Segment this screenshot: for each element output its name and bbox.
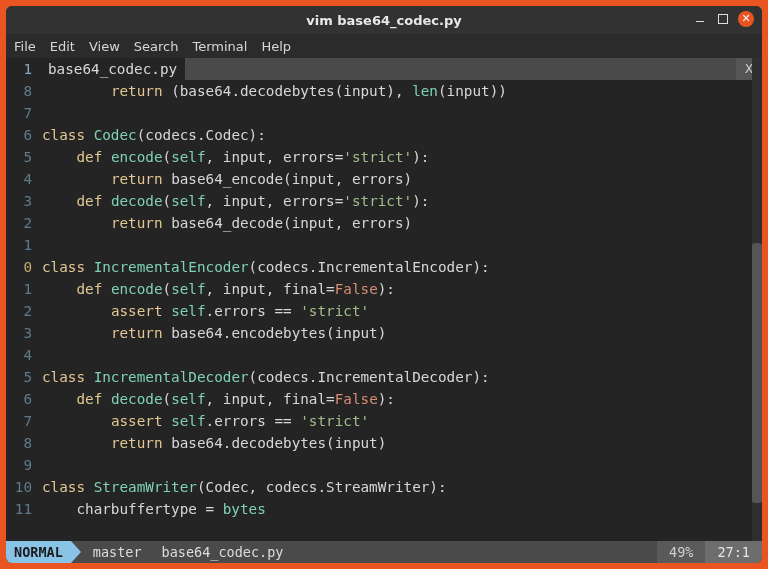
code-line[interactable]: 4 return base64_encode(input, errors) — [6, 168, 762, 190]
buffer-number: 1 — [6, 58, 42, 80]
bufferline: 1 base64_codec.py X — [6, 58, 762, 80]
code-content[interactable]: return base64_encode(input, errors) — [42, 168, 762, 190]
line-number: 4 — [6, 344, 42, 366]
menu-help[interactable]: Help — [261, 39, 291, 54]
close-icon[interactable]: ✕ — [738, 11, 754, 27]
code-line[interactable]: 2 return base64_decode(input, errors) — [6, 212, 762, 234]
terminal-window: vim base64_codec.py ✕ File Edit View Sea… — [6, 6, 762, 563]
editor-area[interactable]: 1 base64_codec.py X 8 return (base64.dec… — [6, 58, 762, 541]
code-content[interactable]: class IncrementalEncoder(codecs.Incremen… — [42, 256, 762, 278]
line-number: 3 — [6, 190, 42, 212]
code-content[interactable]: def encode(self, input, final=False): — [42, 278, 762, 300]
code-line[interactable]: 2 assert self.errors == 'strict' — [6, 300, 762, 322]
statusline: NORMAL master base64_codec.py 49% 27:1 — [6, 541, 762, 563]
code-line[interactable]: 7 assert self.errors == 'strict' — [6, 410, 762, 432]
menu-terminal[interactable]: Terminal — [192, 39, 247, 54]
code-line[interactable]: 8 return base64.decodebytes(input) — [6, 432, 762, 454]
code-content[interactable] — [42, 454, 762, 476]
code-line[interactable]: 3 def decode(self, input, errors='strict… — [6, 190, 762, 212]
code-content[interactable]: assert self.errors == 'strict' — [42, 300, 762, 322]
line-number: 4 — [6, 168, 42, 190]
line-number: 6 — [6, 388, 42, 410]
menu-file[interactable]: File — [14, 39, 36, 54]
code-content[interactable]: return base64.decodebytes(input) — [42, 432, 762, 454]
code-line[interactable]: 5 def encode(self, input, errors='strict… — [6, 146, 762, 168]
code-line[interactable]: 10class StreamWriter(Codec, codecs.Strea… — [6, 476, 762, 498]
status-mode: NORMAL — [6, 541, 71, 563]
line-number: 6 — [6, 124, 42, 146]
line-number: 9 — [6, 454, 42, 476]
code-content[interactable]: return base64_decode(input, errors) — [42, 212, 762, 234]
code-content[interactable]: def encode(self, input, errors='strict')… — [42, 146, 762, 168]
line-number: 10 — [6, 476, 42, 498]
line-number: 3 — [6, 322, 42, 344]
status-file: base64_codec.py — [154, 544, 292, 560]
scrollbar-thumb[interactable] — [752, 243, 762, 503]
code-line[interactable]: 1 def encode(self, input, final=False): — [6, 278, 762, 300]
code-content[interactable]: return (base64.decodebytes(input), len(i… — [42, 80, 762, 102]
scrollbar-track[interactable] — [752, 58, 762, 541]
code-line[interactable]: 4 — [6, 344, 762, 366]
minimize-icon[interactable] — [692, 11, 708, 27]
line-number: 8 — [6, 80, 42, 102]
bufferline-fill — [185, 58, 736, 80]
line-number: 8 — [6, 432, 42, 454]
code-content[interactable] — [42, 234, 762, 256]
maximize-icon[interactable] — [718, 14, 728, 24]
code-content[interactable] — [42, 102, 762, 124]
code-line[interactable]: 8 return (base64.decodebytes(input), len… — [6, 80, 762, 102]
code-content[interactable]: def decode(self, input, final=False): — [42, 388, 762, 410]
code-content[interactable]: class IncrementalDecoder(codecs.Incremen… — [42, 366, 762, 388]
code-line[interactable]: 6class Codec(codecs.Codec): — [6, 124, 762, 146]
menu-search[interactable]: Search — [134, 39, 179, 54]
titlebar[interactable]: vim base64_codec.py ✕ — [6, 6, 762, 34]
status-branch: master — [81, 544, 154, 560]
code-content[interactable]: class Codec(codecs.Codec): — [42, 124, 762, 146]
window-title: vim base64_codec.py — [306, 13, 461, 28]
line-number: 1 — [6, 234, 42, 256]
menubar: File Edit View Search Terminal Help — [6, 34, 762, 58]
code-content[interactable]: assert self.errors == 'strict' — [42, 410, 762, 432]
line-number: 7 — [6, 102, 42, 124]
code-line[interactable]: 7 — [6, 102, 762, 124]
code-content[interactable]: class StreamWriter(Codec, codecs.StreamW… — [42, 476, 762, 498]
code-content[interactable] — [42, 344, 762, 366]
line-number: 5 — [6, 366, 42, 388]
status-separator-icon — [71, 541, 81, 563]
code-line[interactable]: 6 def decode(self, input, final=False): — [6, 388, 762, 410]
code-line[interactable]: 1 — [6, 234, 762, 256]
status-position: 27:1 — [705, 541, 762, 563]
line-number: 11 — [6, 498, 42, 520]
buffer-name[interactable]: base64_codec.py — [42, 58, 177, 80]
line-number: 2 — [6, 212, 42, 234]
code-line[interactable]: 0class IncrementalEncoder(codecs.Increme… — [6, 256, 762, 278]
line-number: 5 — [6, 146, 42, 168]
window-controls: ✕ — [692, 11, 754, 27]
line-number: 1 — [6, 278, 42, 300]
code-content[interactable]: def decode(self, input, errors='strict')… — [42, 190, 762, 212]
line-number: 2 — [6, 300, 42, 322]
menu-edit[interactable]: Edit — [50, 39, 75, 54]
status-percent: 49% — [657, 541, 705, 563]
code-line[interactable]: 5class IncrementalDecoder(codecs.Increme… — [6, 366, 762, 388]
code-content[interactable]: return base64.encodebytes(input) — [42, 322, 762, 344]
code-line[interactable]: 3 return base64.encodebytes(input) — [6, 322, 762, 344]
menu-view[interactable]: View — [89, 39, 120, 54]
code-content[interactable]: charbuffertype = bytes — [42, 498, 762, 520]
code-line[interactable]: 9 — [6, 454, 762, 476]
code-line[interactable]: 11 charbuffertype = bytes — [6, 498, 762, 520]
line-number: 7 — [6, 410, 42, 432]
code-view[interactable]: 8 return (base64.decodebytes(input), len… — [6, 80, 762, 541]
line-number: 0 — [6, 256, 42, 278]
